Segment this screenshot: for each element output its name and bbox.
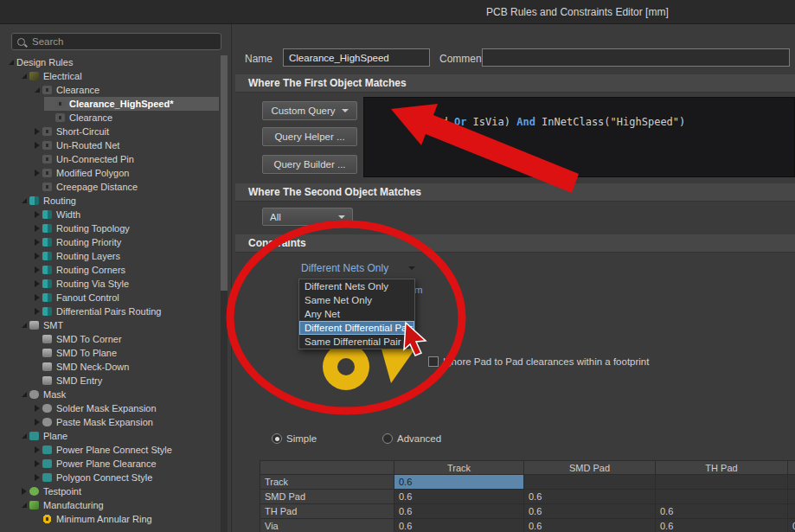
tree-item-clearance-highspeed[interactable]: Clearance_HighSpeed* bbox=[5, 97, 219, 111]
dropdown-option[interactable]: Any Net bbox=[299, 307, 414, 321]
matrix-cell[interactable]: 0.6 bbox=[394, 490, 524, 504]
tree-item-routing-layers[interactable]: Routing Layers bbox=[5, 249, 219, 263]
query-builder-button[interactable]: Query Builder ... bbox=[262, 155, 357, 174]
tree-item-testpoint[interactable]: Testpoint bbox=[5, 484, 219, 498]
tree-item-routing[interactable]: Routing bbox=[5, 194, 219, 208]
tree-expand-arrow-icon[interactable] bbox=[31, 225, 42, 232]
tree-expand-arrow-icon[interactable] bbox=[18, 198, 29, 203]
tree-expand-arrow-icon[interactable] bbox=[31, 446, 42, 453]
tree-item-un-connected-pin[interactable]: Un-Connected Pin bbox=[5, 152, 219, 166]
tree-item-smd-to-plane[interactable]: SMD To Plane bbox=[5, 346, 219, 360]
matrix-cell[interactable]: 0.6 bbox=[656, 504, 788, 519]
tree-expand-arrow-icon[interactable] bbox=[31, 460, 42, 467]
tree-item-label: Short-Circuit bbox=[56, 126, 109, 137]
scrollbar-thumb[interactable] bbox=[221, 55, 228, 291]
tree-expand-arrow-icon[interactable] bbox=[31, 170, 42, 176]
tree-expand-arrow-icon[interactable] bbox=[31, 239, 42, 246]
matrix-cell[interactable] bbox=[788, 475, 795, 490]
scope-mode-dropdown[interactable]: Custom Query bbox=[262, 101, 357, 120]
tree-expand-arrow-icon[interactable] bbox=[31, 87, 42, 93]
tree-item-clearance[interactable]: Clearance bbox=[5, 83, 219, 97]
search-box[interactable] bbox=[11, 33, 221, 50]
plane-icon bbox=[42, 459, 52, 468]
tree-item-modified-polygon[interactable]: Modified Polygon bbox=[5, 166, 219, 180]
dropdown-option[interactable]: Different Nets Only bbox=[299, 279, 414, 293]
tree-expand-arrow-icon[interactable] bbox=[18, 503, 29, 508]
tree-item-manufacturing[interactable]: Manufacturing bbox=[5, 498, 219, 512]
matrix-cell[interactable]: 0.6 bbox=[394, 504, 524, 519]
tree-item-creepage-distance[interactable]: Creepage Distance bbox=[5, 180, 219, 194]
matrix-cell[interactable] bbox=[788, 504, 795, 519]
tree-item-polygon-connect-style[interactable]: Polygon Connect Style bbox=[5, 471, 219, 484]
tree-expand-arrow-icon[interactable] bbox=[18, 392, 29, 397]
tree-item-solder-mask-expansion[interactable]: Solder Mask Expansion bbox=[5, 401, 219, 415]
tree-item-minimum-annular-ring[interactable]: Minimum Annular Ring bbox=[5, 512, 219, 526]
tree-expand-arrow-icon[interactable] bbox=[18, 488, 29, 495]
tree-expand-arrow-icon[interactable] bbox=[31, 419, 42, 426]
tree-item-smd-neck-down[interactable]: SMD Neck-Down bbox=[5, 360, 219, 374]
matrix-cell[interactable] bbox=[656, 490, 788, 504]
tree-expand-arrow-icon[interactable] bbox=[18, 323, 29, 328]
clearance-icon bbox=[42, 141, 52, 150]
matrix-cell[interactable] bbox=[656, 475, 788, 490]
rule-comment-input[interactable] bbox=[482, 48, 790, 67]
matrix-cell[interactable]: 0.6 bbox=[524, 504, 656, 519]
second-scope-dropdown[interactable]: All bbox=[262, 208, 353, 226]
tree-expand-arrow-icon[interactable] bbox=[31, 142, 42, 149]
tree-expand-arrow-icon[interactable] bbox=[31, 308, 42, 315]
matrix-cell[interactable]: 0.6 bbox=[524, 519, 656, 532]
tree-item-routing-priority[interactable]: Routing Priority bbox=[5, 235, 219, 249]
tree-expand-arrow-icon[interactable] bbox=[31, 211, 42, 218]
search-input[interactable] bbox=[30, 35, 215, 48]
matrix-cell[interactable] bbox=[524, 475, 656, 490]
dropdown-option[interactable]: Same Differential Pair bbox=[299, 335, 414, 349]
tree-item-content: Short-Circuit bbox=[31, 125, 219, 138]
tree-item-fanout-control[interactable]: Fanout Control bbox=[5, 291, 219, 304]
tree-expand-arrow-icon[interactable] bbox=[5, 60, 16, 65]
tree-item-routing-topology[interactable]: Routing Topology bbox=[5, 221, 219, 235]
tree-item-design-rules[interactable]: Design Rules bbox=[5, 55, 219, 69]
tree-item-differential-pairs-routing[interactable]: Differential Pairs Routing bbox=[5, 304, 219, 318]
dropdown-option[interactable]: Same Net Only bbox=[299, 293, 414, 307]
matrix-cell[interactable]: 0.6 bbox=[656, 519, 788, 532]
advanced-radio[interactable] bbox=[382, 433, 393, 444]
mask-icon bbox=[29, 390, 39, 399]
tree-expand-arrow-icon[interactable] bbox=[31, 280, 42, 287]
tree-item-routing-corners[interactable]: Routing Corners bbox=[5, 263, 219, 277]
tree-item-smt[interactable]: SMT bbox=[5, 318, 219, 332]
tree-expand-arrow-icon[interactable] bbox=[31, 253, 42, 260]
rule-name-input[interactable] bbox=[283, 48, 430, 67]
tree-item-electrical[interactable]: Electrical bbox=[5, 69, 219, 83]
tree-item-un-routed-net[interactable]: Un-Routed Net bbox=[5, 138, 219, 152]
matrix-cell[interactable]: 0.6 bbox=[524, 490, 656, 504]
tree-item-power-plane-connect-style[interactable]: Power Plane Connect Style bbox=[5, 443, 219, 457]
tree-item-short-circuit[interactable]: Short-Circuit bbox=[5, 125, 219, 138]
net-scope-dropdown[interactable]: Different Nets Only bbox=[301, 260, 415, 277]
tree-item-routing-via-style[interactable]: Routing Via Style bbox=[5, 277, 219, 291]
tree-item-width[interactable]: Width bbox=[5, 208, 219, 221]
tree-expand-arrow-icon[interactable] bbox=[18, 74, 29, 79]
tree-item-clearance[interactable]: Clearance bbox=[5, 111, 219, 125]
matrix-cell[interactable]: 0.6 bbox=[394, 475, 524, 490]
matrix-cell[interactable]: 0.6 bbox=[394, 519, 524, 532]
ignore-pad-clearance-checkbox[interactable] bbox=[428, 356, 439, 367]
tree-expand-arrow-icon[interactable] bbox=[31, 474, 42, 481]
simple-radio[interactable] bbox=[272, 433, 282, 444]
tree-expand-arrow-icon[interactable] bbox=[31, 128, 42, 135]
tree-expand-arrow-icon[interactable] bbox=[31, 405, 42, 412]
matrix-cell[interactable]: 0. bbox=[788, 519, 795, 532]
tree-item-paste-mask-expansion[interactable]: Paste Mask Expansion bbox=[5, 415, 219, 429]
tree-expand-arrow-icon[interactable] bbox=[31, 294, 42, 301]
query-editor[interactable]: (IsPad Or IsVia) And InNetClass("HighSpe… bbox=[363, 97, 795, 177]
tree-item-power-plane-clearance[interactable]: Power Plane Clearance bbox=[5, 457, 219, 471]
tree-item-mask[interactable]: Mask bbox=[5, 388, 219, 401]
sidebar-scrollbar[interactable] bbox=[221, 55, 228, 532]
tree-expand-arrow-icon[interactable] bbox=[18, 433, 29, 439]
tree-item-smd-to-corner[interactable]: SMD To Corner bbox=[5, 332, 219, 346]
query-helper-button[interactable]: Query Helper ... bbox=[262, 127, 357, 146]
dropdown-option[interactable]: Different Differential Pair bbox=[299, 321, 414, 335]
tree-expand-arrow-icon[interactable] bbox=[31, 266, 42, 273]
tree-item-smd-entry[interactable]: SMD Entry bbox=[5, 374, 219, 388]
matrix-cell[interactable] bbox=[788, 490, 795, 504]
tree-item-plane[interactable]: Plane bbox=[5, 429, 219, 443]
